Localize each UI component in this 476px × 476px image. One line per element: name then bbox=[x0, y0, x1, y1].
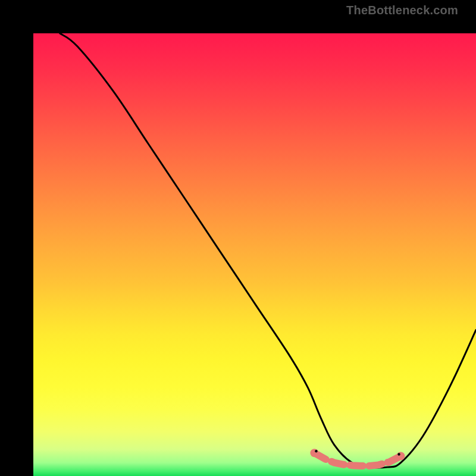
highlight-band bbox=[314, 453, 400, 466]
highlight-endpoint bbox=[310, 449, 318, 457]
chart-frame bbox=[17, 17, 459, 459]
watermark-text: TheBottleneck.com bbox=[346, 4, 458, 17]
plot-area bbox=[33, 33, 476, 476]
bottleneck-curve bbox=[60, 33, 476, 468]
highlight-endpoint bbox=[397, 452, 405, 461]
curve-overlay bbox=[33, 33, 476, 476]
anchor-dot bbox=[397, 453, 400, 455]
anchor-dot bbox=[315, 450, 317, 452]
